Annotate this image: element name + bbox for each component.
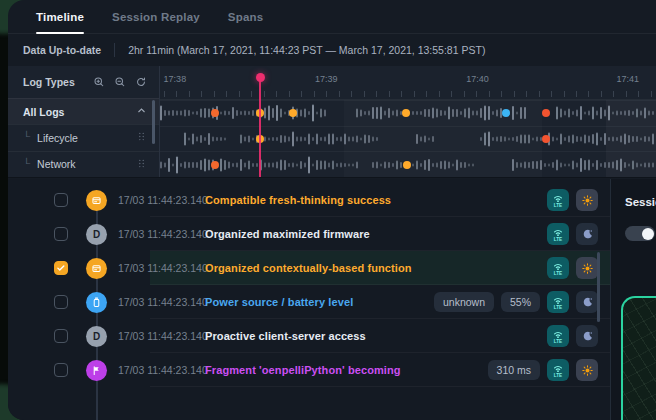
- moon-icon[interactable]: [576, 291, 598, 313]
- list-scrollbar[interactable]: [597, 252, 600, 322]
- time-tick-label: 17:38: [164, 74, 187, 84]
- row-actions: 310 msLTE: [488, 359, 598, 381]
- log-type-label: └Network: [23, 158, 76, 170]
- tab-spans[interactable]: Spans: [228, 0, 264, 33]
- svg-text:LTE: LTE: [554, 237, 562, 242]
- sun-icon[interactable]: [576, 359, 598, 381]
- event-dot[interactable]: [289, 109, 297, 117]
- row-checkbox[interactable]: [54, 329, 68, 343]
- log-timestamp: 17/03 11:44:23.140: [118, 330, 208, 342]
- zoom-in-icon[interactable]: [93, 76, 105, 88]
- tab-bar: TimelineSession ReplaySpans: [8, 0, 656, 34]
- time-tick-label: 17:41: [616, 74, 639, 84]
- svg-text:LTE: LTE: [554, 305, 562, 310]
- network-lte-icon[interactable]: LTE: [547, 189, 569, 211]
- sun-icon[interactable]: [576, 257, 598, 279]
- row-actions: unknown55%LTE: [434, 291, 598, 313]
- tab-session-replay[interactable]: Session Replay: [112, 0, 200, 33]
- value-badge: 55%: [501, 292, 540, 312]
- row-checkbox[interactable]: [54, 261, 68, 275]
- log-row[interactable]: 17/03 11:44:23.140Compatible fresh-think…: [8, 183, 610, 217]
- log-message[interactable]: Power source / battery level: [205, 296, 353, 308]
- log-row[interactable]: 17/03 11:44:23.140Organized contextually…: [8, 251, 610, 285]
- info-bar: Data Up-to-date 2hr 11min (March 17, 202…: [8, 34, 656, 66]
- row-checkbox[interactable]: [54, 227, 68, 241]
- svg-text:LTE: LTE: [554, 203, 562, 208]
- log-type-name: Network: [37, 158, 76, 170]
- row-checkbox[interactable]: [54, 363, 68, 377]
- log-type-label: └Lifecycle: [23, 132, 78, 144]
- log-type-row-all-logs[interactable]: All Logs: [8, 98, 159, 124]
- main-card: TimelineSession ReplaySpans Data Up-to-d…: [8, 0, 656, 420]
- row-checkbox[interactable]: [54, 193, 68, 207]
- toggle-knob: [642, 228, 654, 240]
- network-lte-icon[interactable]: LTE: [547, 359, 569, 381]
- moon-icon[interactable]: [576, 325, 598, 347]
- svg-text:LTE: LTE: [554, 373, 562, 378]
- time-tick-label: 17:39: [315, 74, 338, 84]
- log-message[interactable]: Organized contextually-based function: [205, 262, 412, 274]
- log-types-title: Log Types: [23, 76, 75, 88]
- log-message[interactable]: Organized maximized firmware: [205, 228, 370, 240]
- session-toggle-row: Da: [625, 226, 656, 241]
- log-message[interactable]: Compatible fresh-thinking success: [205, 194, 391, 206]
- tree-branch-icon: └: [23, 158, 30, 169]
- log-type-name: All Logs: [23, 106, 64, 118]
- network-lte-icon[interactable]: LTE: [547, 325, 569, 347]
- letter-d-icon: D: [86, 326, 107, 347]
- svg-text:LTE: LTE: [554, 339, 562, 344]
- ruler-ticks: [164, 91, 652, 97]
- event-dot[interactable]: [402, 109, 410, 117]
- timeline-canvas[interactable]: 17:3817:3917:4017:41: [160, 66, 656, 177]
- zoom-out-icon[interactable]: [114, 76, 126, 88]
- value-badge: unknown: [434, 292, 494, 312]
- sun-icon[interactable]: [576, 189, 598, 211]
- drag-handle-icon[interactable]: [136, 158, 147, 171]
- session-map-preview[interactable]: [621, 296, 656, 420]
- moon-icon[interactable]: [576, 223, 598, 245]
- row-checkbox[interactable]: [54, 295, 68, 309]
- log-message[interactable]: Fragment 'oenpelliPython' becoming: [205, 364, 401, 376]
- event-dot[interactable]: [403, 161, 411, 169]
- network-lte-icon[interactable]: LTE: [547, 257, 569, 279]
- drag-handle-icon[interactable]: [136, 131, 147, 144]
- event-dot[interactable]: [211, 161, 219, 169]
- log-row[interactable]: D17/03 11:44:23.140Organized maximized f…: [8, 217, 610, 251]
- log-timestamp: 17/03 11:44:23.140: [118, 296, 208, 308]
- log-list-section: 17/03 11:44:23.140Compatible fresh-think…: [8, 179, 656, 420]
- log-type-label: All Logs: [23, 106, 64, 118]
- log-row[interactable]: 17/03 11:44:23.140Fragment 'oenpelliPyth…: [8, 353, 610, 387]
- tree-branch-icon: └: [23, 131, 30, 142]
- data-uptodate-label: Data Up-to-date: [23, 44, 101, 56]
- log-type-row-network[interactable]: └Network: [8, 151, 159, 177]
- event-dot[interactable]: [211, 109, 219, 117]
- log-types-header: Log Types: [8, 66, 159, 98]
- svg-text:LTE: LTE: [554, 271, 562, 276]
- time-tick-label: 17:40: [466, 74, 489, 84]
- battery-icon: [86, 292, 107, 313]
- value-badge: 310 ms: [488, 360, 540, 380]
- event-dot[interactable]: [502, 109, 510, 117]
- session-panel: Session Da: [610, 179, 656, 420]
- network-lte-icon[interactable]: LTE: [547, 291, 569, 313]
- row-actions: LTE: [547, 223, 598, 245]
- row-actions: LTE: [547, 189, 598, 211]
- event-dot[interactable]: [542, 109, 550, 117]
- selection-band: [344, 100, 542, 177]
- card-icon: [86, 258, 107, 279]
- event-dot[interactable]: [542, 135, 550, 143]
- log-types-scrollbar[interactable]: [152, 100, 155, 144]
- refresh-icon[interactable]: [135, 76, 147, 88]
- network-lte-icon[interactable]: LTE: [547, 223, 569, 245]
- log-list: 17/03 11:44:23.140Compatible fresh-think…: [8, 179, 610, 420]
- log-message[interactable]: Proactive client-server access: [205, 330, 366, 342]
- chevron-up-icon[interactable]: [136, 105, 147, 118]
- time-range-value: 2hr 11min (March 17, 2021, 11:44:23 PST …: [128, 44, 485, 56]
- log-row[interactable]: D17/03 11:44:23.140Proactive client-serv…: [8, 319, 610, 353]
- session-toggle[interactable]: [625, 226, 655, 241]
- log-timestamp: 17/03 11:44:23.140: [118, 364, 208, 376]
- session-panel-title: Session: [625, 196, 656, 208]
- log-type-row-lifecycle[interactable]: └Lifecycle: [8, 124, 159, 150]
- log-row[interactable]: 17/03 11:44:23.140Power source / battery…: [8, 285, 610, 319]
- tab-timeline[interactable]: Timeline: [36, 0, 84, 33]
